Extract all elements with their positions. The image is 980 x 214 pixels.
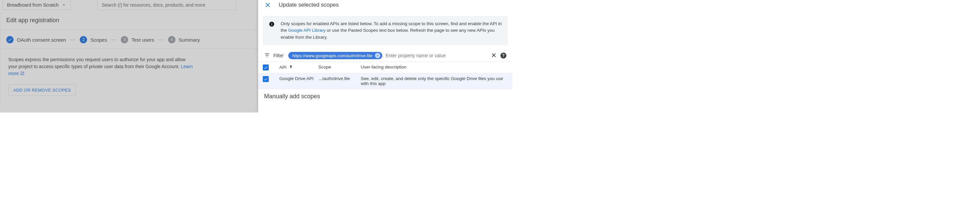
filter-label: Filter bbox=[274, 53, 284, 58]
search-input[interactable]: Search (/) for resources, docs, products… bbox=[97, 0, 236, 10]
sort-arrow-icon bbox=[289, 65, 293, 70]
update-scopes-panel: Update selected scopes Only scopes for e… bbox=[258, 0, 512, 113]
add-remove-scopes-button[interactable]: ADD OR REMOVE SCOPES bbox=[8, 84, 76, 96]
step-summary[interactable]: 4 Summary bbox=[168, 36, 200, 43]
step-test-users[interactable]: 3 Test users bbox=[121, 36, 154, 43]
google-api-library-link[interactable]: Google API Library bbox=[288, 28, 326, 33]
col-header-description[interactable]: User-facing description bbox=[361, 65, 508, 70]
help-icon[interactable]: ? bbox=[500, 52, 506, 59]
step-label: Scopes bbox=[91, 37, 107, 43]
select-all-checkbox[interactable] bbox=[263, 65, 269, 70]
check-icon bbox=[264, 65, 268, 70]
close-icon bbox=[376, 54, 379, 57]
close-icon bbox=[264, 1, 271, 9]
step-separator bbox=[158, 40, 164, 40]
step-number: 4 bbox=[168, 36, 175, 43]
step-number: 3 bbox=[121, 36, 128, 43]
cell-description: See, edit, create, and delete only the s… bbox=[361, 76, 508, 86]
col-header-scope[interactable]: Scope bbox=[318, 65, 358, 70]
chip-text: https://www.googleapis.com/auth/drive.fi… bbox=[292, 53, 372, 58]
clear-filter-button[interactable] bbox=[490, 52, 497, 60]
open-external-icon bbox=[20, 71, 24, 75]
step-separator bbox=[111, 40, 117, 40]
step-label: OAuth consent screen bbox=[17, 37, 66, 43]
chip-remove-button[interactable] bbox=[375, 53, 380, 58]
check-icon bbox=[6, 36, 14, 43]
step-oauth-consent[interactable]: OAuth consent screen bbox=[6, 36, 66, 43]
step-label: Test users bbox=[131, 37, 154, 43]
panel-title: Update selected scopes bbox=[279, 2, 339, 8]
close-panel-button[interactable] bbox=[264, 1, 271, 9]
scopes-table: API Scope User-facing description Google… bbox=[258, 62, 512, 89]
filter-text-input[interactable] bbox=[386, 53, 487, 58]
chevron-down-icon bbox=[61, 2, 67, 8]
search-placeholder: Search (/) for resources, docs, products… bbox=[102, 2, 205, 8]
manual-add-heading: Manually add scopes bbox=[258, 89, 512, 100]
project-name: Breadboard from Scratch bbox=[7, 2, 59, 8]
cell-api: Google Drive API bbox=[279, 76, 316, 81]
info-banner: Only scopes for enabled APIs are listed … bbox=[263, 16, 508, 45]
step-label: Summary bbox=[179, 37, 200, 43]
step-separator bbox=[70, 40, 76, 40]
project-selector[interactable]: Breadboard from Scratch bbox=[3, 0, 71, 10]
step-scopes[interactable]: 2 Scopes bbox=[80, 36, 107, 43]
row-checkbox[interactable] bbox=[263, 76, 269, 82]
scopes-description: Scopes express the permissions you reque… bbox=[8, 56, 194, 77]
table-header: API Scope User-facing description bbox=[258, 62, 512, 73]
filter-chip[interactable]: https://www.googleapis.com/auth/drive.fi… bbox=[288, 52, 382, 59]
close-icon bbox=[490, 52, 497, 59]
cell-scope: .../auth/drive.file bbox=[318, 76, 358, 81]
check-icon bbox=[264, 77, 268, 81]
info-icon bbox=[269, 21, 275, 27]
col-header-api[interactable]: API bbox=[279, 65, 316, 70]
step-number: 2 bbox=[80, 36, 87, 43]
table-row[interactable]: Google Drive API .../auth/drive.file See… bbox=[258, 73, 512, 89]
filter-icon bbox=[264, 52, 270, 59]
